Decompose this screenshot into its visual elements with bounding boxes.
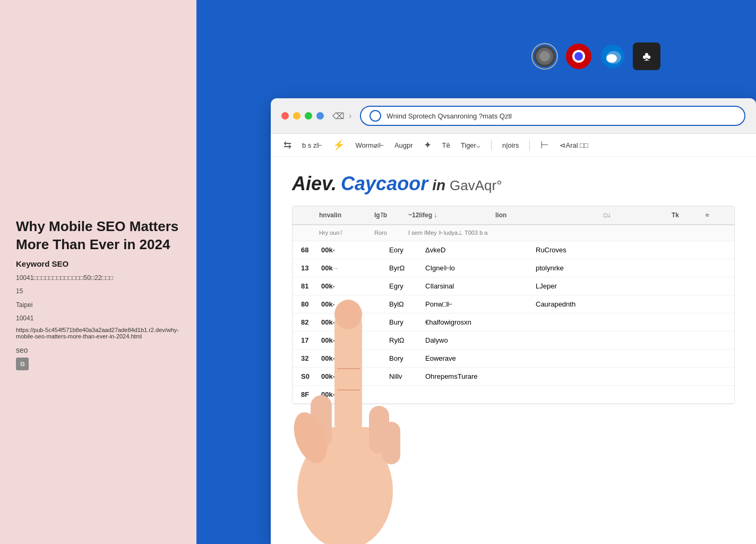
browser-icons-row: ♣: [531, 42, 660, 70]
row-col2: BylΩ: [389, 300, 421, 308]
chrome-icon[interactable]: [565, 42, 592, 70]
toolbar-item-nloirs[interactable]: n|oirs: [502, 141, 519, 149]
svg-point-3: [539, 51, 550, 62]
toolbar-swap-icon[interactable]: ⇆: [284, 139, 291, 151]
table-rows-container: 68 00k• Eory ΔvkeD RuCroves 13 00k→ ByrΩ…: [293, 241, 734, 404]
table-row[interactable]: 82 00k• Bury €halfowigrosxn: [293, 313, 734, 332]
copy-icon[interactable]: ⧉: [16, 358, 29, 370]
page-title-part1: Aiev.: [292, 173, 337, 195]
row-col3: Dalywo: [425, 336, 531, 344]
table-row[interactable]: 80 00k• BylΩ Ponw□⊩ Caurapednth: [293, 295, 734, 313]
nav-buttons: ⌫ ›: [332, 111, 351, 121]
row-vol: 00k•: [321, 354, 385, 362]
address-circle-icon: [370, 110, 381, 122]
svg-rect-13: [313, 427, 382, 512]
row-rank: 8F: [301, 390, 317, 398]
right-panel: ♣ ⌫ › Wnind Sprotech Qvsanroning ?mats Q…: [196, 0, 756, 544]
svg-point-19: [288, 407, 334, 468]
row-col4: ptolynrke: [536, 264, 684, 272]
svg-rect-18: [382, 422, 400, 464]
row-vol: 00k•: [321, 246, 385, 254]
sub-col-0: [301, 230, 317, 236]
row-col2: Eory: [389, 246, 421, 254]
row-col4: LJeper: [536, 282, 684, 290]
svg-text:♣: ♣: [642, 49, 651, 63]
opera-icon[interactable]: ♣: [633, 42, 660, 70]
row-col3: ΔvkeD: [425, 246, 531, 254]
toolbar-star-icon[interactable]: ✦: [424, 139, 432, 151]
toolbar-item-aral[interactable]: ⊲Aral □□: [560, 141, 588, 149]
row-col3: Ponw□⊩: [425, 300, 531, 308]
table-header: hnvalin Ig⊺b ~12lifeg ↓ lion □↓ Tk ≈ Exc…: [293, 206, 734, 225]
col-header-7[interactable]: Tk: [672, 211, 703, 219]
row-col4: RuCroves: [536, 246, 684, 254]
firefox-icon[interactable]: [531, 42, 559, 70]
toolbar-bracket-icon: ⊢: [540, 139, 549, 151]
article-url: https://pub-5c454f571b8e40a3a2aad27ade84…: [16, 327, 181, 339]
table-row[interactable]: 32 00k• Bory Eowerave: [293, 350, 734, 368]
row-vol: 00k•: [321, 390, 385, 398]
minimize-button[interactable]: [293, 112, 300, 120]
edge-icon[interactable]: [599, 42, 626, 70]
row-col3: Eowerave: [425, 354, 531, 362]
row-vol: 00k•: [321, 336, 385, 344]
row-rank: 32: [301, 354, 317, 362]
table-row[interactable]: 81 00k• Egry CIlarsinal LJeper: [293, 277, 734, 295]
row-col2: RylΩ: [389, 336, 421, 344]
table-row[interactable]: 68 00k• Eory ΔvkeD RuCroves: [293, 241, 734, 259]
browser-chrome-bar: ⌫ › Wnind Sprotech Qvsanroning ?mats Qzt…: [271, 98, 756, 134]
svg-point-6: [574, 52, 583, 61]
col-header-2[interactable]: Ig⊺b: [374, 211, 406, 219]
browser-window: ⌫ › Wnind Sprotech Qvsanroning ?mats Qzt…: [271, 98, 756, 544]
row-vol: 00k•: [321, 282, 385, 290]
row-rank: 80: [301, 300, 317, 308]
page-title-part3: in: [432, 177, 445, 194]
row-col3: CIgne⊩lo: [425, 264, 531, 272]
back-button[interactable]: ⌫: [332, 111, 345, 121]
row-vol: 00k•: [321, 372, 385, 380]
forward-button[interactable]: ›: [349, 111, 351, 121]
row-rank: 81: [301, 282, 317, 290]
toolbar-divider-1: [491, 140, 492, 150]
row-rank: 13: [301, 264, 317, 272]
row-rank: 82: [301, 318, 317, 326]
col-header-8[interactable]: ≈: [706, 211, 734, 219]
toolbar-divider-2: [529, 140, 530, 150]
col-header-3[interactable]: ~12lifeg ↓: [408, 211, 493, 219]
seo-label: seo: [16, 346, 181, 354]
page-title-part2: Caycaoor: [341, 173, 428, 195]
row-col2: Bory: [389, 354, 421, 362]
row-col3: OhrepemsTurare: [425, 372, 531, 380]
row-col3: €halfowigrosxn: [425, 318, 531, 326]
table-row[interactable]: 8F 00k•: [293, 386, 734, 404]
row-col2: Nillv: [389, 372, 421, 380]
table-row[interactable]: S0 00k• Nillv OhrepemsTurare: [293, 368, 734, 386]
address-bar[interactable]: Wnind Sprotech Qvsanroning ?mats Qztl: [360, 106, 745, 126]
row-vol: 00k•: [321, 318, 385, 326]
toolbar-item-1[interactable]: b s z⊩: [302, 141, 322, 149]
meta-line-3: Taipei: [16, 300, 181, 311]
toolbar-item-tiger[interactable]: Tiger⌵: [461, 141, 480, 149]
table-row[interactable]: 13 00k→ ByrΩ CIgne⊩lo ptolynrke: [293, 259, 734, 277]
sub-col-1: Hry oun⊺: [319, 230, 372, 236]
keyword-label: Keyword SEO: [16, 259, 181, 268]
row-col4: Caurapednth: [536, 300, 684, 308]
col-header-1[interactable]: hnvalin: [319, 211, 372, 219]
row-rank: S0: [301, 372, 317, 380]
sub-col-2: Roro: [374, 230, 406, 236]
toolbar-item-worm[interactable]: Worm⌀⊩: [355, 141, 383, 149]
row-col2: Bury: [389, 318, 421, 326]
page-title-part4: GavAqr°: [450, 177, 502, 194]
toolbar-item-te[interactable]: Tē: [442, 141, 450, 149]
close-button[interactable]: [281, 112, 289, 120]
col-header-5[interactable]: □↓: [604, 211, 646, 219]
traffic-lights: [281, 112, 324, 120]
maximize-button[interactable]: [305, 112, 312, 120]
row-rank: 68: [301, 246, 317, 254]
sub-col-3: I sem IMey ⊩ludya⊥ T003 b a: [408, 230, 493, 236]
toolbar-item-augpr[interactable]: Augpr: [394, 141, 413, 149]
toolbar-link-icon[interactable]: ⚡: [333, 139, 345, 151]
col-header-4[interactable]: lion: [495, 211, 602, 219]
table-row[interactable]: 17 00k• RylΩ Dalywo: [293, 332, 734, 350]
page-title: Aiev. Caycaoor in GavAqr°: [292, 173, 735, 195]
